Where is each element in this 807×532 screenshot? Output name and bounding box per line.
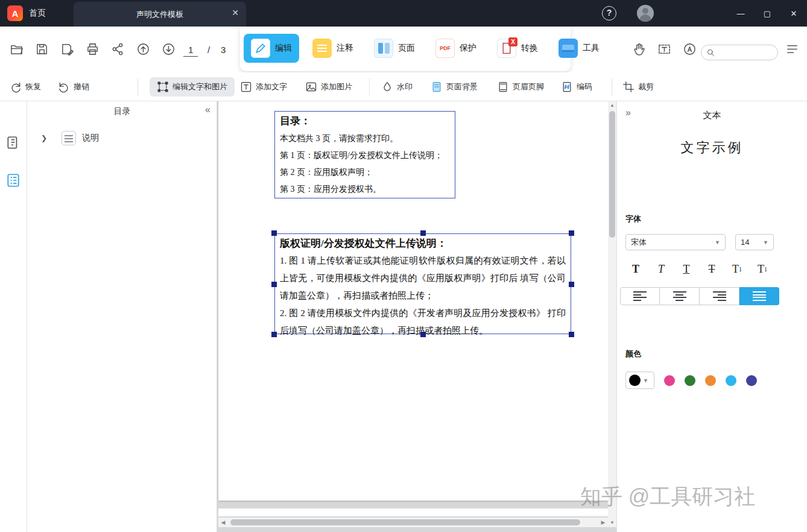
horizontal-scroll-thumb[interactable]: [230, 519, 580, 525]
subscript-button[interactable]: T1: [750, 259, 775, 279]
scroll-right-icon[interactable]: ▶: [598, 518, 608, 527]
read-aloud-icon[interactable]: [683, 42, 697, 57]
underline-button[interactable]: T: [674, 259, 699, 279]
protect-icon: PDF: [435, 39, 455, 58]
user-avatar[interactable]: [637, 5, 654, 22]
ribbon-tab-edit[interactable]: 编辑: [244, 34, 299, 63]
font-family-select[interactable]: 宋体 ▼: [625, 234, 726, 250]
align-left-button[interactable]: [620, 287, 660, 305]
crop-label: 裁剪: [638, 81, 654, 92]
edit-text-image-icon: [157, 81, 169, 93]
crop-button[interactable]: 裁剪: [622, 77, 654, 97]
bold-button[interactable]: T: [623, 259, 648, 279]
maximize-button[interactable]: ▢: [754, 0, 780, 27]
menu-icon[interactable]: [785, 42, 800, 57]
header-footer-button[interactable]: 页眉页脚: [497, 77, 544, 97]
page-background-button[interactable]: 页面背景: [431, 77, 478, 97]
panel-icon-strip: [0, 101, 27, 532]
document-tab[interactable]: 声明文件模板 ✕: [74, 2, 246, 27]
vertical-scrollbar[interactable]: ▲ ▼: [608, 101, 616, 527]
watermark-button[interactable]: 水印: [381, 77, 413, 97]
resize-handle-top-left[interactable]: [271, 230, 277, 236]
toc-tree-item[interactable]: ❯ 说明: [28, 128, 217, 148]
edit-toolbar: 恢复 撤销 编辑文字和图片 添加文字 添加图片 水印 页面背景: [0, 72, 807, 101]
page-separator: /: [207, 45, 210, 55]
edit-text-image-button[interactable]: 编辑文字和图片: [150, 77, 235, 97]
selected-textbox[interactable]: 版权证明/分发授权处文件上传说明： 1. 图 1 请上传软著证或其他能证明软件版…: [274, 233, 571, 334]
redo-button[interactable]: 恢复: [10, 77, 41, 97]
color-swatch-cyan[interactable]: [726, 375, 736, 386]
color-swatch-pink[interactable]: [664, 375, 675, 386]
color-swatch-indigo[interactable]: [746, 375, 757, 386]
thumbnails-panel-icon[interactable]: [5, 135, 22, 152]
share-icon[interactable]: [111, 42, 125, 57]
toolbar-separator: [612, 78, 612, 95]
color-swatch-orange[interactable]: [705, 375, 716, 386]
chevron-right-icon[interactable]: ❯: [41, 134, 47, 142]
app-logo-icon: A: [7, 5, 23, 21]
vertical-scroll-thumb[interactable]: [609, 111, 615, 238]
subscript-glyph: T: [758, 263, 764, 276]
home-button[interactable]: 首页: [29, 8, 46, 19]
ribbon-tab-label: 页面: [398, 43, 415, 54]
resize-handle-left[interactable]: [271, 282, 277, 287]
tab-close-icon[interactable]: ✕: [232, 8, 239, 17]
italic-button[interactable]: T: [648, 259, 674, 279]
page-number-input[interactable]: 1: [183, 45, 198, 57]
resize-handle-top-right[interactable]: [569, 230, 574, 236]
hand-tool-icon[interactable]: [632, 42, 647, 57]
next-page-icon[interactable]: [162, 42, 176, 57]
add-image-button[interactable]: 添加图片: [305, 77, 352, 97]
ribbon-tab-protect[interactable]: PDF 保护: [428, 34, 484, 63]
search-box[interactable]: [701, 45, 778, 60]
encode-button[interactable]: 编码: [561, 77, 592, 97]
selected-textbox-title: 版权证明/分发授权处文件上传说明：: [280, 235, 566, 252]
minimize-button[interactable]: —: [727, 0, 754, 27]
resize-handle-top[interactable]: [420, 230, 426, 236]
ribbon-tabs: 编辑 注释 页面 PDF 保护 X 转换: [244, 34, 607, 63]
undo-button[interactable]: 撤销: [58, 77, 89, 97]
resize-handle-bottom[interactable]: [420, 332, 426, 337]
add-text-button[interactable]: 添加文字: [240, 77, 287, 97]
ribbon-tab-pages[interactable]: 页面: [367, 34, 422, 63]
page-total: 3: [221, 45, 226, 55]
align-center-button[interactable]: [660, 287, 700, 305]
bookmark-item-icon: [62, 131, 76, 145]
color-picker-dropdown[interactable]: ▼: [625, 372, 654, 389]
color-swatch-green[interactable]: [685, 375, 695, 386]
print-icon[interactable]: [86, 42, 100, 57]
bookmarks-panel-icon[interactable]: [5, 173, 22, 189]
horizontal-scrollbar[interactable]: ◀ ▶: [218, 518, 608, 527]
document-viewport[interactable]: 目录： 本文档共 3 页，请按需求打印。 第 1 页：版权证明/分发授权文件上传…: [217, 101, 616, 532]
close-button[interactable]: ✕: [780, 0, 807, 27]
strikethrough-button[interactable]: T: [699, 259, 724, 279]
text-select-tool-icon[interactable]: [657, 42, 672, 57]
align-right-button[interactable]: [700, 287, 739, 305]
toc-textbox[interactable]: 目录： 本文档共 3 页，请按需求打印。 第 1 页：版权证明/分发授权文件上传…: [274, 111, 455, 198]
add-text-icon: [240, 81, 252, 93]
help-button[interactable]: ?: [602, 6, 616, 21]
scroll-up-icon[interactable]: ▲: [608, 101, 616, 110]
resize-handle-bottom-left[interactable]: [271, 332, 277, 337]
ribbon-tab-annotate[interactable]: 注释: [305, 34, 361, 63]
save-as-icon[interactable]: [60, 42, 75, 57]
scroll-down-icon[interactable]: ▼: [608, 519, 616, 527]
align-justify-button[interactable]: [739, 287, 779, 305]
toc-textbox-line: 第 3 页：应用分发授权书。: [280, 181, 450, 198]
previous-page-icon[interactable]: [136, 42, 151, 57]
pdf-page-1[interactable]: 目录： 本文档共 3 页，请按需求打印。 第 1 页：版权证明/分发授权文件上传…: [218, 101, 608, 501]
page-background-label: 页面背景: [446, 81, 478, 92]
save-icon[interactable]: [35, 42, 49, 57]
scroll-left-icon[interactable]: ◀: [218, 518, 228, 527]
resize-handle-bottom-right[interactable]: [569, 332, 574, 337]
resize-handle-right[interactable]: [569, 282, 574, 287]
ribbon-tab-convert[interactable]: X 转换: [490, 34, 545, 63]
edit-icon: [251, 39, 270, 58]
redo-icon: [10, 81, 22, 93]
open-file-icon[interactable]: [10, 42, 24, 57]
collapse-panel-icon[interactable]: «: [205, 104, 210, 115]
search-input[interactable]: [718, 48, 773, 57]
ribbon-tab-tools[interactable]: 工具: [551, 34, 607, 63]
font-size-select[interactable]: 14 ▼: [735, 234, 774, 250]
superscript-button[interactable]: T1: [724, 259, 750, 279]
